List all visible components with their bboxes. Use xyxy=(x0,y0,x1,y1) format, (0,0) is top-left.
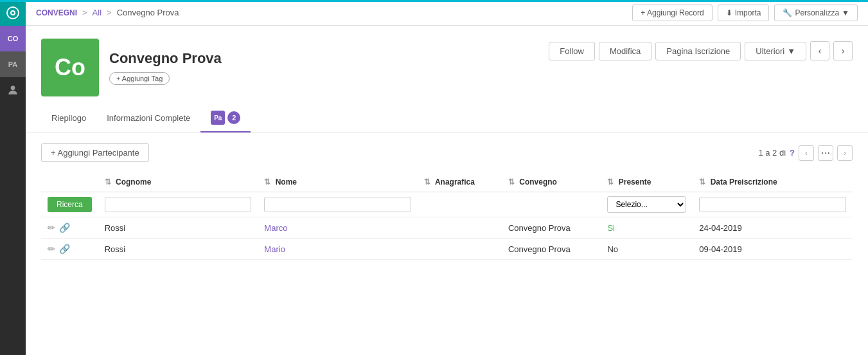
next-record-button[interactable]: › xyxy=(833,41,853,60)
record-title-row: Co Convegno Prova + Aggiungi Tag Follow … xyxy=(41,39,853,96)
cognome-search-cell xyxy=(98,192,258,217)
nome-search-input[interactable] xyxy=(264,197,411,212)
breadcrumb-sep2: > xyxy=(107,8,112,17)
wrench-icon: 🔧 xyxy=(783,8,792,17)
record-header: Co Convegno Prova + Aggiungi Tag Follow … xyxy=(26,26,868,133)
breadcrumb-main[interactable]: CONVEGNI xyxy=(36,8,77,17)
ellipsis-icon: ⋯ xyxy=(821,148,830,158)
table-row: ✏ 🔗 Rossi Marco Convegno Prova Si 24-04-… xyxy=(41,217,853,239)
row-convegno: Convegno Prova xyxy=(502,239,601,260)
sidebar-item-user[interactable] xyxy=(0,77,26,103)
col-convegno-header[interactable]: ⇅ Convegno xyxy=(502,172,601,192)
pagination-prev-button[interactable]: ‹ xyxy=(799,145,814,161)
tab-pa-badge: Pa xyxy=(211,111,225,125)
table-body: ✏ 🔗 Rossi Marco Convegno Prova Si 24-04-… xyxy=(41,217,853,260)
row-presente: Si xyxy=(601,217,693,239)
col-data-header[interactable]: ⇅ Data Preiscrizione xyxy=(693,172,853,192)
partecipanti-table: ⇅ Cognome ⇅ Nome ⇅ Anagrafica ⇅ Convegno xyxy=(41,172,853,260)
row-action-cell: ✏ 🔗 xyxy=(41,239,98,260)
col-anagrafica-header[interactable]: ⇅ Anagrafica xyxy=(418,172,502,192)
customize-button[interactable]: 🔧 Personalizza ▼ xyxy=(774,5,858,21)
sort-icon: ⇅ xyxy=(424,178,430,187)
svg-point-0 xyxy=(7,7,19,19)
data-search-cell xyxy=(693,192,853,217)
data-search-input[interactable] xyxy=(699,197,846,212)
sort-icon: ⇅ xyxy=(264,178,270,187)
svg-point-2 xyxy=(11,86,15,90)
row-data: 09-04-2019 xyxy=(693,239,853,260)
table-search-row: Ricerca Selezio... Sì No xyxy=(41,192,853,217)
tabs: Riepilogo Informazioni Complete Pa 2 xyxy=(41,104,853,132)
presente-search-cell: Selezio... Sì No xyxy=(601,192,693,217)
sidebar-item-co[interactable]: CO xyxy=(0,26,26,51)
search-btn-cell: Ricerca xyxy=(41,192,98,217)
prev-record-button[interactable]: ‹ xyxy=(810,41,829,60)
sidebar-item-pa[interactable]: PA xyxy=(0,51,26,77)
green-topline xyxy=(0,0,868,2)
row-cognome: Rossi xyxy=(98,217,258,239)
content-area: + Aggiungi Partecipante 1 a 2 di ? ‹ ⋯ › xyxy=(26,133,868,270)
breadcrumb-current: Convegno Prova xyxy=(117,8,179,17)
chevron-right-icon: › xyxy=(842,46,845,56)
breadcrumb-sep1: > xyxy=(82,8,87,17)
breadcrumb-all[interactable]: All xyxy=(93,8,102,17)
record-title: Convegno Prova xyxy=(109,50,222,67)
sort-icon: ⇅ xyxy=(699,178,705,187)
row-cognome: Rossi xyxy=(98,239,258,260)
row-presente: No xyxy=(601,239,693,260)
import-icon: ⬇ xyxy=(726,8,732,17)
svg-point-1 xyxy=(11,11,15,15)
follow-button[interactable]: Follow xyxy=(549,42,595,60)
topbar: CONVEGNI > All > Convegno Prova + Aggiun… xyxy=(26,0,868,26)
record-left: Co Convegno Prova + Aggiungi Tag xyxy=(41,39,222,96)
pagination-question[interactable]: ? xyxy=(790,148,795,158)
main-content: Co Convegno Prova + Aggiungi Tag Follow … xyxy=(26,26,868,355)
pagina-iscrizione-button[interactable]: Pagina Iscrizione xyxy=(655,42,741,60)
record-info: Convegno Prova + Aggiungi Tag xyxy=(109,50,222,85)
pagination-next-button[interactable]: › xyxy=(837,145,853,161)
row-data: 24-04-2019 xyxy=(693,217,853,239)
row-nome[interactable]: Marco xyxy=(258,217,418,239)
convegno-search-cell xyxy=(502,192,601,217)
modifica-button[interactable]: Modifica xyxy=(599,42,651,60)
edit-icon[interactable]: ✏ xyxy=(48,244,55,254)
tab-informazioni[interactable]: Informazioni Complete xyxy=(96,107,200,131)
add-partecipante-button[interactable]: + Aggiungi Partecipante xyxy=(41,143,149,162)
toolbar-row: + Aggiungi Partecipante 1 a 2 di ? ‹ ⋯ › xyxy=(41,143,853,162)
pagination-info: 1 a 2 di ? ‹ ⋯ › xyxy=(758,145,853,161)
link-icon[interactable]: 🔗 xyxy=(59,244,70,254)
row-nome[interactable]: Mario xyxy=(258,239,418,260)
tab-riepilogo[interactable]: Riepilogo xyxy=(41,107,96,131)
table-header-row: ⇅ Cognome ⇅ Nome ⇅ Anagrafica ⇅ Convegno xyxy=(41,172,853,192)
sidebar: CO PA xyxy=(0,0,26,355)
cognome-search-input[interactable] xyxy=(105,197,252,212)
row-action-cell: ✏ 🔗 xyxy=(41,217,98,239)
record-actions: Follow Modifica Pagina Iscrizione Ulteri… xyxy=(549,41,853,60)
import-button[interactable]: ⬇ Importa xyxy=(718,5,770,21)
row-anagrafica xyxy=(418,217,502,239)
nome-search-cell xyxy=(258,192,418,217)
row-anagrafica xyxy=(418,239,502,260)
sort-icon: ⇅ xyxy=(607,178,614,187)
chevron-left-icon: ‹ xyxy=(805,149,808,158)
col-presente-header[interactable]: ⇅ Presente xyxy=(601,172,693,192)
link-icon[interactable]: 🔗 xyxy=(59,223,70,233)
chevron-down-icon: ▼ xyxy=(842,8,849,17)
pagination-options-button[interactable]: ⋯ xyxy=(818,145,833,161)
pagination-text: 1 a 2 di xyxy=(758,148,786,158)
search-button[interactable]: Ricerca xyxy=(48,197,92,212)
presente-select[interactable]: Selezio... Sì No xyxy=(607,196,686,213)
sort-icon: ⇅ xyxy=(105,178,111,187)
sidebar-logo[interactable] xyxy=(0,0,26,26)
tab-partecipanti[interactable]: Pa 2 xyxy=(200,104,251,132)
col-nome-header[interactable]: ⇅ Nome xyxy=(258,172,418,192)
chevron-down-icon: ▼ xyxy=(787,46,795,56)
add-tag-button[interactable]: + Aggiungi Tag xyxy=(109,72,170,85)
sort-icon: ⇅ xyxy=(508,178,515,187)
edit-icon[interactable]: ✏ xyxy=(48,223,55,233)
ulteriori-button[interactable]: Ulteriori ▼ xyxy=(745,42,806,60)
add-record-button[interactable]: + Aggiungi Record xyxy=(632,5,712,21)
record-avatar: Co xyxy=(41,39,99,96)
chevron-left-icon: ‹ xyxy=(819,46,822,56)
col-cognome-header[interactable]: ⇅ Cognome xyxy=(98,172,258,192)
